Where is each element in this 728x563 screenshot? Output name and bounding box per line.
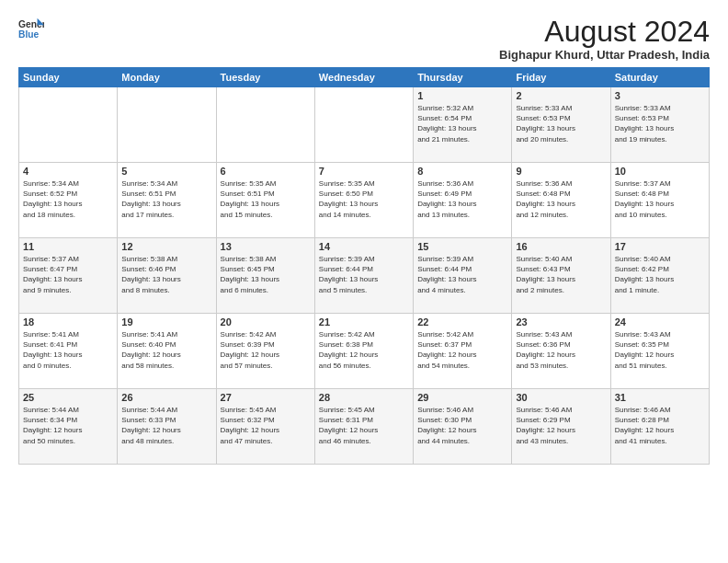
day-info: Sunrise: 5:45 AM Sunset: 6:31 PM Dayligh… (319, 405, 409, 446)
day-number: 5 (121, 166, 211, 177)
svg-text:Blue: Blue (18, 29, 40, 40)
calendar-table: Sunday Monday Tuesday Wednesday Thursday… (18, 67, 710, 465)
day-info: Sunrise: 5:37 AM Sunset: 6:47 PM Dayligh… (23, 254, 113, 295)
calendar-cell (216, 87, 314, 163)
calendar-cell: 5Sunrise: 5:34 AM Sunset: 6:51 PM Daylig… (118, 163, 216, 238)
calendar-cell (118, 87, 216, 163)
day-info: Sunrise: 5:33 AM Sunset: 6:53 PM Dayligh… (516, 103, 606, 144)
calendar-week-4: 18Sunrise: 5:41 AM Sunset: 6:41 PM Dayli… (19, 314, 710, 389)
logo: General Blue (18, 17, 44, 42)
day-info: Sunrise: 5:36 AM Sunset: 6:49 PM Dayligh… (417, 178, 507, 220)
day-info: Sunrise: 5:43 AM Sunset: 6:36 PM Dayligh… (516, 329, 606, 371)
day-number: 26 (121, 392, 211, 403)
calendar-cell: 23Sunrise: 5:43 AM Sunset: 6:36 PM Dayli… (512, 314, 610, 389)
calendar-cell: 8Sunrise: 5:36 AM Sunset: 6:49 PM Daylig… (414, 163, 512, 238)
day-number: 29 (417, 392, 507, 403)
calendar-week-1: 1Sunrise: 5:32 AM Sunset: 6:54 PM Daylig… (19, 87, 710, 163)
day-number: 19 (121, 316, 211, 327)
calendar-cell: 4Sunrise: 5:34 AM Sunset: 6:52 PM Daylig… (19, 163, 118, 238)
day-info: Sunrise: 5:45 AM Sunset: 6:32 PM Dayligh… (221, 405, 311, 446)
location-subtitle: Bighapur Khurd, Uttar Pradesh, India (499, 48, 710, 62)
month-title: August 2024 (499, 17, 710, 46)
calendar-cell: 29Sunrise: 5:46 AM Sunset: 6:30 PM Dayli… (414, 389, 512, 465)
day-number: 31 (615, 392, 705, 403)
calendar-cell: 12Sunrise: 5:38 AM Sunset: 6:46 PM Dayli… (118, 238, 216, 314)
day-info: Sunrise: 5:40 AM Sunset: 6:42 PM Dayligh… (615, 254, 705, 295)
day-info: Sunrise: 5:35 AM Sunset: 6:50 PM Dayligh… (319, 178, 409, 220)
calendar-cell: 3Sunrise: 5:33 AM Sunset: 6:53 PM Daylig… (610, 87, 709, 163)
calendar-cell: 31Sunrise: 5:46 AM Sunset: 6:28 PM Dayli… (610, 389, 709, 465)
calendar-cell: 11Sunrise: 5:37 AM Sunset: 6:47 PM Dayli… (19, 238, 118, 314)
calendar-cell: 25Sunrise: 5:44 AM Sunset: 6:34 PM Dayli… (19, 389, 118, 465)
calendar-cell: 14Sunrise: 5:39 AM Sunset: 6:44 PM Dayli… (314, 238, 413, 314)
logo-icon: General Blue (18, 17, 44, 42)
calendar-cell: 28Sunrise: 5:45 AM Sunset: 6:31 PM Dayli… (314, 389, 413, 465)
day-number: 20 (221, 316, 311, 327)
day-number: 18 (23, 316, 113, 327)
calendar-cell: 7Sunrise: 5:35 AM Sunset: 6:50 PM Daylig… (314, 163, 413, 238)
day-info: Sunrise: 5:43 AM Sunset: 6:35 PM Dayligh… (615, 329, 705, 371)
day-number: 17 (615, 241, 705, 252)
day-info: Sunrise: 5:34 AM Sunset: 6:52 PM Dayligh… (23, 178, 113, 220)
calendar-week-5: 25Sunrise: 5:44 AM Sunset: 6:34 PM Dayli… (19, 389, 710, 465)
day-number: 1 (417, 90, 507, 101)
col-monday: Monday (118, 68, 216, 87)
day-number: 8 (417, 166, 507, 177)
day-info: Sunrise: 5:39 AM Sunset: 6:44 PM Dayligh… (319, 254, 409, 295)
day-number: 7 (319, 166, 409, 177)
col-sunday: Sunday (19, 68, 118, 87)
day-info: Sunrise: 5:40 AM Sunset: 6:43 PM Dayligh… (516, 254, 606, 295)
day-number: 11 (23, 241, 113, 252)
day-info: Sunrise: 5:36 AM Sunset: 6:48 PM Dayligh… (516, 178, 606, 220)
day-number: 24 (615, 316, 705, 327)
col-saturday: Saturday (610, 68, 709, 87)
day-info: Sunrise: 5:35 AM Sunset: 6:51 PM Dayligh… (221, 178, 311, 220)
day-number: 2 (516, 90, 606, 101)
day-info: Sunrise: 5:44 AM Sunset: 6:33 PM Dayligh… (121, 405, 211, 446)
calendar-week-3: 11Sunrise: 5:37 AM Sunset: 6:47 PM Dayli… (19, 238, 710, 314)
day-info: Sunrise: 5:33 AM Sunset: 6:53 PM Dayligh… (615, 103, 705, 144)
day-number: 30 (516, 392, 606, 403)
day-number: 13 (221, 241, 311, 252)
calendar-cell: 20Sunrise: 5:42 AM Sunset: 6:39 PM Dayli… (216, 314, 314, 389)
day-info: Sunrise: 5:38 AM Sunset: 6:46 PM Dayligh… (121, 254, 211, 295)
calendar-cell (19, 87, 118, 163)
day-info: Sunrise: 5:41 AM Sunset: 6:40 PM Dayligh… (121, 329, 211, 371)
calendar-cell: 24Sunrise: 5:43 AM Sunset: 6:35 PM Dayli… (610, 314, 709, 389)
day-info: Sunrise: 5:46 AM Sunset: 6:28 PM Dayligh… (615, 405, 705, 446)
day-number: 15 (417, 241, 507, 252)
day-info: Sunrise: 5:38 AM Sunset: 6:45 PM Dayligh… (221, 254, 311, 295)
calendar-cell: 26Sunrise: 5:44 AM Sunset: 6:33 PM Dayli… (118, 389, 216, 465)
calendar-cell: 13Sunrise: 5:38 AM Sunset: 6:45 PM Dayli… (216, 238, 314, 314)
calendar-cell: 15Sunrise: 5:39 AM Sunset: 6:44 PM Dayli… (414, 238, 512, 314)
calendar-cell: 2Sunrise: 5:33 AM Sunset: 6:53 PM Daylig… (512, 87, 610, 163)
day-number: 6 (221, 166, 311, 177)
col-thursday: Thursday (414, 68, 512, 87)
day-number: 22 (417, 316, 507, 327)
day-info: Sunrise: 5:46 AM Sunset: 6:29 PM Dayligh… (516, 405, 606, 446)
day-info: Sunrise: 5:41 AM Sunset: 6:41 PM Dayligh… (23, 329, 113, 371)
calendar-cell: 21Sunrise: 5:42 AM Sunset: 6:38 PM Dayli… (314, 314, 413, 389)
day-info: Sunrise: 5:42 AM Sunset: 6:39 PM Dayligh… (221, 329, 311, 371)
day-number: 21 (319, 316, 409, 327)
day-info: Sunrise: 5:32 AM Sunset: 6:54 PM Dayligh… (417, 103, 507, 144)
day-number: 9 (516, 166, 606, 177)
calendar-cell: 17Sunrise: 5:40 AM Sunset: 6:42 PM Dayli… (610, 238, 709, 314)
day-info: Sunrise: 5:39 AM Sunset: 6:44 PM Dayligh… (417, 254, 507, 295)
page: General Blue August 2024 Bighapur Khurd,… (0, 0, 728, 563)
calendar-cell: 22Sunrise: 5:42 AM Sunset: 6:37 PM Dayli… (414, 314, 512, 389)
day-info: Sunrise: 5:42 AM Sunset: 6:37 PM Dayligh… (417, 329, 507, 371)
calendar-cell: 10Sunrise: 5:37 AM Sunset: 6:48 PM Dayli… (610, 163, 709, 238)
calendar-cell: 9Sunrise: 5:36 AM Sunset: 6:48 PM Daylig… (512, 163, 610, 238)
day-number: 25 (23, 392, 113, 403)
day-number: 28 (319, 392, 409, 403)
calendar-cell: 19Sunrise: 5:41 AM Sunset: 6:40 PM Dayli… (118, 314, 216, 389)
day-number: 27 (221, 392, 311, 403)
calendar-week-2: 4Sunrise: 5:34 AM Sunset: 6:52 PM Daylig… (19, 163, 710, 238)
day-number: 16 (516, 241, 606, 252)
calendar-cell: 16Sunrise: 5:40 AM Sunset: 6:43 PM Dayli… (512, 238, 610, 314)
day-info: Sunrise: 5:37 AM Sunset: 6:48 PM Dayligh… (615, 178, 705, 220)
calendar-cell: 1Sunrise: 5:32 AM Sunset: 6:54 PM Daylig… (414, 87, 512, 163)
day-info: Sunrise: 5:44 AM Sunset: 6:34 PM Dayligh… (23, 405, 113, 446)
day-info: Sunrise: 5:42 AM Sunset: 6:38 PM Dayligh… (319, 329, 409, 371)
